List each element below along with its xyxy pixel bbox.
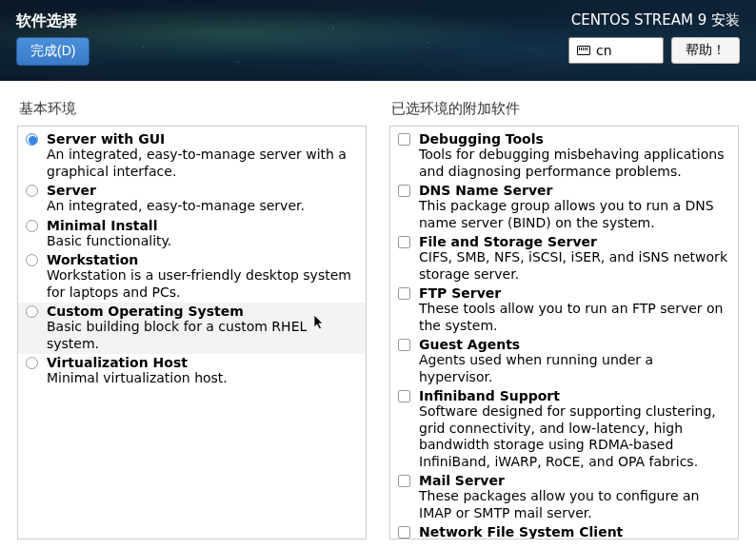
item-desc: Agents used when running under a hypervi… xyxy=(419,352,728,385)
addon-item[interactable]: Debugging ToolsTools for debugging misbe… xyxy=(390,130,738,182)
item-desc: This package group allows you to run a D… xyxy=(419,198,728,231)
item-desc: Minimal virtualization host. xyxy=(47,370,356,387)
keyboard-icon xyxy=(577,46,590,55)
item-title: Debugging Tools xyxy=(419,131,728,147)
addon-item[interactable]: Infiniband SupportSoftware designed for … xyxy=(390,387,738,472)
help-button[interactable]: 帮助！ xyxy=(671,37,740,64)
addon-item[interactable]: File and Storage ServerCIFS, SMB, NFS, i… xyxy=(390,233,738,284)
checkbox-icon xyxy=(398,236,410,248)
item-title: Mail Server xyxy=(419,473,728,488)
addons-list: Debugging ToolsTools for debugging misbe… xyxy=(389,126,739,539)
installer-subtitle: CENTOS STREAM 9 安装 xyxy=(571,11,740,29)
item-desc: Tools for debugging misbehaving applicat… xyxy=(419,147,728,180)
header: 软件选择 完成(D) CENTOS STREAM 9 安装 cn 帮助！ xyxy=(0,0,756,81)
main-content: 基本环境 Server with GUIAn integrated, easy-… xyxy=(0,81,756,549)
done-button[interactable]: 完成(D) xyxy=(16,37,90,66)
item-desc: Basic functionality. xyxy=(47,233,356,250)
item-desc: Basic building block for a custom RHEL s… xyxy=(47,319,356,352)
addons-column: 已选环境的附加软件 Debugging ToolsTools for debug… xyxy=(389,100,739,539)
base-env-item[interactable]: Virtualization HostMinimal virtualizatio… xyxy=(18,354,366,389)
item-desc: These packages allow you to configure an… xyxy=(419,488,728,521)
base-env-item[interactable]: Server with GUIAn integrated, easy-to-ma… xyxy=(18,130,366,182)
item-desc: These tools allow you to run an FTP serv… xyxy=(419,301,728,334)
item-title: Workstation xyxy=(47,252,356,267)
item-desc: Software designed for supporting cluster… xyxy=(419,403,728,470)
radio-icon xyxy=(26,185,38,197)
item-title: Infiniband Support xyxy=(419,388,728,403)
item-title: Guest Agents xyxy=(419,337,728,352)
radio-icon xyxy=(26,254,38,266)
checkbox-icon xyxy=(398,526,410,539)
page-title: 软件选择 xyxy=(16,11,90,31)
addon-item[interactable]: DNS Name ServerThis package group allows… xyxy=(390,182,738,233)
item-desc: Workstation is a user-friendly desktop s… xyxy=(47,267,356,301)
checkbox-icon xyxy=(398,390,410,402)
item-desc: An integrated, easy-to-manage server wit… xyxy=(47,147,356,180)
base-env-list: Server with GUIAn integrated, easy-to-ma… xyxy=(17,126,367,539)
radio-icon xyxy=(26,220,38,232)
item-desc: CIFS, SMB, NFS, iSCSI, iSER, and iSNS ne… xyxy=(419,249,728,283)
base-env-heading: 基本环境 xyxy=(17,100,367,118)
item-title: Custom Operating System xyxy=(47,304,356,319)
radio-icon xyxy=(26,133,38,146)
base-environment-column: 基本环境 Server with GUIAn integrated, easy-… xyxy=(17,100,367,539)
item-desc: An integrated, easy-to-manage server. xyxy=(47,198,356,215)
item-title: Network File System Client xyxy=(419,524,728,539)
base-env-item[interactable]: Custom Operating SystemBasic building bl… xyxy=(18,303,366,354)
checkbox-icon xyxy=(398,133,410,146)
item-title: File and Storage Server xyxy=(419,234,728,249)
checkbox-icon xyxy=(398,287,410,300)
item-title: Server with GUI xyxy=(47,131,356,147)
base-env-item[interactable]: Minimal InstallBasic functionality. xyxy=(18,217,366,252)
item-title: DNS Name Server xyxy=(419,183,728,198)
item-title: Server xyxy=(47,183,356,198)
addon-item[interactable]: Network File System Client xyxy=(390,523,738,539)
addons-heading: 已选环境的附加软件 xyxy=(389,100,739,118)
keyboard-layout-selector[interactable]: cn xyxy=(568,37,664,64)
checkbox-icon xyxy=(398,185,410,197)
checkbox-icon xyxy=(398,475,410,487)
base-env-item[interactable]: ServerAn integrated, easy-to-manage serv… xyxy=(18,182,366,217)
radio-icon xyxy=(26,305,38,318)
checkbox-icon xyxy=(398,339,410,351)
addon-item[interactable]: FTP ServerThese tools allow you to run a… xyxy=(390,284,738,336)
keyboard-layout-label: cn xyxy=(596,43,612,58)
radio-icon xyxy=(26,357,38,369)
item-title: FTP Server xyxy=(419,285,728,301)
item-title: Virtualization Host xyxy=(47,355,356,370)
base-env-item[interactable]: WorkstationWorkstation is a user-friendl… xyxy=(18,251,366,303)
item-title: Minimal Install xyxy=(47,218,356,233)
addon-item[interactable]: Guest AgentsAgents used when running und… xyxy=(390,336,738,387)
addon-item[interactable]: Mail ServerThese packages allow you to c… xyxy=(390,472,738,523)
